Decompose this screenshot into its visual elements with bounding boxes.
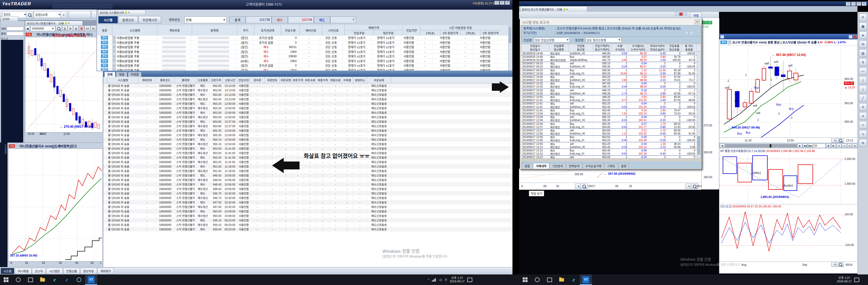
bars-input[interactable] [813, 144, 826, 148]
table-row[interactable]: 2019/09/16 15:08 매수청산(당일 StopEndOfDay 94… [521, 58, 701, 62]
table-row[interactable]: 경보 X 식용60분일봉 주봉 (60분) 매수 2463 - 모든 신호 현재… [97, 59, 508, 64]
start-button[interactable] [0, 275, 12, 285]
edge-button[interactable]: e [568, 275, 580, 285]
indicator-icon[interactable]: ↯ [859, 58, 867, 66]
window-tab[interactable]: 코스닥 [32, 268, 46, 274]
table-row[interactable]: 물 년4160 피 승률 - 10600000 스닥 연결선물지 매수청산 94… [103, 195, 513, 200]
help-icon[interactable]: ? [846, 2, 850, 6]
window-icon[interactable] [685, 31, 689, 35]
table-row[interactable]: 경보 X 식용60분일봉 주봉 (일간) 포지션 없음 0 - 모든 신호 현재… [97, 36, 508, 40]
anchor-icon[interactable]: ⊥ [859, 85, 867, 93]
table-row[interactable]: 물 년4160 피 승률 - 10600000 스닥 연결선물지 매도청산 95… [103, 169, 513, 173]
table-row[interactable]: 경보 X 식용60분일봉 주봉 (월간) 포지션 없음 0 - 모든 신호 현재… [97, 40, 508, 45]
list-icon[interactable]: ≡ [859, 112, 867, 120]
clock[interactable]: 오후 1:272019-09-17 [837, 276, 851, 283]
percent-icon[interactable]: % [859, 40, 867, 48]
tab-filled[interactable]: 체결 [116, 72, 127, 77]
table-row[interactable]: 물 년4160 피 승률 - 10600000 스닥 연결선물지 매수청산 95… [103, 124, 513, 128]
table-row[interactable]: 2019/09/17 12:50 매도 sell 953.20 1 -0.04 … [521, 142, 701, 145]
yestrader-taskbar-button[interactable]: YT [580, 275, 592, 285]
scroll-track[interactable] [725, 144, 797, 147]
table-row[interactable]: 물 년4160 피 승률 - 10600000 스닥 연결선물지 매수 939.… [103, 227, 513, 231]
tab-month[interactable]: 월 [73, 26, 79, 31]
mail-icon[interactable] [690, 31, 693, 35]
close-icon[interactable]: X [728, 40, 731, 44]
table-row[interactable]: 2019/09/17 10:09 매수청산 ExitLong_#1 950.00… [521, 72, 701, 75]
close-icon[interactable]: ✕ [128, 11, 130, 14]
vline-icon[interactable]: | [859, 76, 867, 84]
table-row[interactable]: 물 년4160 피 승률 - 10600000 스닥 연결선물지 매수 953.… [103, 146, 513, 151]
table-row[interactable]: 물 년4160 피 승률 - 10600000 스닥 연결선물지 매도 955.… [103, 137, 513, 142]
table-row[interactable]: 2019/09/17 12:50 매수청산 ExitLong_#1 953.20… [521, 139, 701, 142]
table-row[interactable]: 물 년4160 피 승률 - 10600000 스닥 연결선물지 매수청산 95… [103, 159, 513, 164]
trendline-icon[interactable]: ╱ [859, 94, 867, 102]
task-view-button[interactable] [544, 275, 556, 285]
wave-icon[interactable]: ∿ [859, 130, 867, 138]
end-icon[interactable]: ▶| [831, 144, 836, 148]
account-input[interactable] [7, 27, 24, 31]
table-row[interactable]: 2019/09/17 11:41 매도청산 ExitShort_#0 953.4… [521, 105, 701, 109]
table-row[interactable]: 2019/09/17 10:32 매수 Buy 947.00 1 -0.05 0… [521, 82, 701, 85]
page-fwd-icon[interactable]: ▶▶ [808, 144, 813, 148]
table-row[interactable]: 물 년4160 피 승률 - 10600000 스닥 연결선물지 매수 948.… [103, 182, 513, 186]
action-center-icon[interactable] [854, 278, 859, 282]
table-row[interactable]: 2019/09/17 13:13 매도 sell 953.00 1 -0.15 … [521, 156, 701, 158]
tab-settings[interactable]: 설정 [618, 163, 629, 169]
tab-strategy[interactable]: 전략분석 [566, 163, 582, 169]
tab-6101-mini[interactable]: [6101] 미니연결선물지수 - 10분✕ [25, 21, 83, 26]
add-button[interactable]: + [60, 11, 67, 19]
table-row[interactable]: 물 년4160 피 승률 - 10600000 스닥 연결선물지 매수청산 95… [103, 213, 513, 218]
table-row[interactable]: 물 년4160 피 승률 - 10600000 스닥 연결선물지 매도청산 95… [103, 133, 513, 137]
menu-item[interactable] [103, 4, 107, 8]
grid-icon[interactable]: ▦ [859, 23, 867, 30]
tool-icon[interactable] [679, 12, 683, 16]
table-row[interactable]: 경보 X 식용60분일봉 주봉 (일간) 매수 1960 - 모든 신호 현재가… [97, 49, 508, 55]
window-tab[interactable]: 원샷주문 [80, 268, 97, 274]
zoom-out-icon[interactable]: ⊖ [842, 144, 847, 148]
menu-item[interactable] [108, 4, 112, 8]
close-icon[interactable]: X [113, 64, 116, 68]
maximize-icon[interactable]: □ [500, 1, 504, 5]
search-button[interactable] [56, 26, 62, 31]
table-row[interactable]: 2019/09/16 14:45 매도청산 ExitShort_#0 940.9… [521, 52, 701, 55]
equity-chart[interactable]: 257.15 (09/03 15:00) [8, 149, 103, 261]
menu-item[interactable] [83, 4, 87, 8]
table-row[interactable]: 2019/09/16 14:45 매수 Buy 940.90 1 0.07 0.… [521, 55, 701, 58]
ime-indicator[interactable]: 가 [444, 278, 447, 282]
formula-icon[interactable]: fx [859, 139, 867, 147]
search-button[interactable] [26, 11, 33, 19]
close-icon[interactable]: ✕ [566, 8, 568, 11]
tab-day[interactable]: 일 [62, 26, 67, 31]
task-view-button[interactable] [24, 275, 36, 285]
separate-button[interactable]: 개별 [690, 12, 702, 19]
table-row[interactable]: 2019/09/17 12:27 매수청산 ExitLong_#1 954.80… [521, 126, 701, 129]
window-tab[interactable]: 시스템모 [46, 268, 63, 274]
table-row[interactable]: 2019/09/17 09:23 매도 sell 939.10 1 -0.04 … [521, 62, 701, 65]
table-row[interactable]: 물 년4160 피 승률 - 10600000 스닥 연결선물지 매도 939.… [103, 218, 513, 222]
chart-scrollbar[interactable]: ◀ ▶ ◀◀ ▶▶ ◆ ▶| ⊕ ⊖ ⊞ ⊠ [719, 143, 858, 148]
scrollbar-thumb[interactable] [509, 28, 512, 43]
window-tab[interactable]: 계좌평가 [97, 268, 114, 274]
table-row[interactable]: 물 년4160 피 승률 - 10600000 스닥 연결선물지 매도 946.… [103, 191, 513, 195]
prev-icon[interactable]: ◀ [25, 26, 30, 31]
candle-chart-mini[interactable]: 271.82 (09/17 12:10) ← 270.40 (09/17 09:… [25, 37, 103, 133]
table-row[interactable]: 물 년4160 피 승률 - 10600000 스닥 연결선물지 매도청산 95… [103, 115, 513, 119]
table-row[interactable]: 물 년4160 피 승률 - 10600000 스닥 연결선물지 매수 947.… [103, 200, 513, 205]
table-row[interactable]: 2019/09/17 12:04 매도 sell 955.10 1 -0.04 … [521, 116, 701, 119]
table-row[interactable]: 물 년4160 피 승률 - 10600000 스닥 연결선물지 매도 953.… [103, 101, 513, 106]
tab-order-messages[interactable]: 주문메시지 [138, 16, 161, 24]
maximize-icon[interactable]: □ [857, 2, 861, 6]
window-tab[interactable]: 시스템 [1, 268, 14, 274]
action-center-icon[interactable] [467, 278, 472, 282]
tab-all[interactable]: 전체 [104, 72, 116, 77]
table-row[interactable]: 물 년4160 피 승률 - 10600000 스닥 연결선물지 매도 950.… [103, 209, 513, 213]
tab-6101-kosdaq[interactable]: [6101] 코스닥 연결선물지수 - 23분✕ [520, 6, 587, 12]
table-row[interactable]: 경보 X 식용60분일봉 주봉 (일간) 포지션 없음 0 - 모든 신호 현재… [97, 63, 508, 68]
search-button[interactable] [531, 275, 544, 285]
close-icon[interactable]: X [113, 49, 116, 54]
exit-filter-select[interactable]: 모든 청산신호명 [586, 37, 622, 42]
table-row[interactable]: 물 년4160 피 승률 - 10600000 스닥 연결선물지 매수청산 93… [103, 222, 513, 227]
table-row[interactable]: 물 년4160 피 승률 - 10600000 스닥 연결선물지 매도청산 94… [103, 205, 513, 209]
tab-minute[interactable]: 분 [79, 26, 84, 31]
menu-item[interactable] [73, 4, 77, 8]
